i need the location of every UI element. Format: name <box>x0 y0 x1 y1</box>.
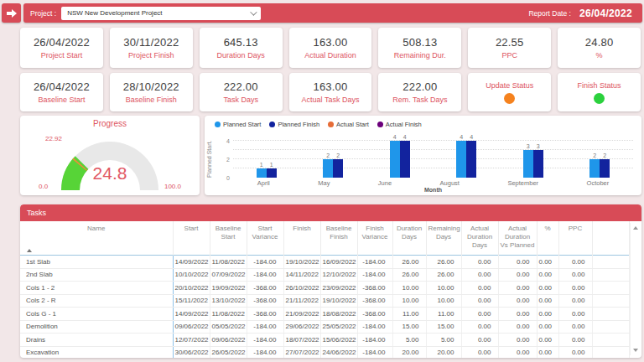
task-value-cell: -184.00 <box>357 268 392 282</box>
task-value-cell: 20.00 <box>426 346 461 358</box>
task-value-cell: -184.00 <box>357 256 392 269</box>
task-value-cell: 10.00 <box>392 282 426 295</box>
bar-planned-finish[interactable] <box>333 159 343 178</box>
task-value-cell: 0.00 <box>537 294 558 308</box>
kpi-value: 26/04/2022 <box>34 80 90 93</box>
legend-swatch-icon <box>377 122 383 127</box>
task-name-cell: 2nd Slab <box>20 268 173 282</box>
gauge-target-label: 22.92 <box>45 135 62 142</box>
task-value-cell: 21/09/2022 <box>283 308 320 321</box>
bar-value-label: 2 <box>603 153 606 158</box>
column-header-start[interactable]: Start <box>173 221 210 255</box>
bar-group-may: 2 2 <box>323 153 343 178</box>
kpi-label: Remaining Dur. <box>394 51 446 59</box>
bar-planned-finish[interactable] <box>600 159 610 178</box>
task-value-cell: 11/08/2022 <box>210 256 247 269</box>
task-value-cell: 0.00 <box>461 256 498 269</box>
kpi-value: 24.80 <box>585 36 614 49</box>
table-row[interactable]: Excavation30/06/202226/05/2022-184.0027/… <box>20 346 629 358</box>
bar-value-label: 3 <box>527 143 530 149</box>
y-tick-label: 0 <box>220 175 230 181</box>
task-value-cell: 14/11/2022 <box>283 268 320 282</box>
task-value-cell: 26/05/2022 <box>210 346 247 358</box>
column-header-start-variance[interactable]: Start Variance <box>247 221 283 255</box>
column-header-actual-duration-days[interactable]: Actual Duration Days <box>461 221 498 255</box>
task-value-cell: 0.00 <box>558 334 592 347</box>
status-dot-icon <box>504 93 515 104</box>
column-header-name[interactable]: Name <box>20 221 173 255</box>
table-row[interactable]: Demolition09/06/202205/05/2022-184.0029/… <box>20 320 629 334</box>
bar-planned-start[interactable] <box>257 168 267 178</box>
task-value-cell: 16/09/2022 <box>320 256 357 269</box>
bar-planned-start[interactable] <box>390 141 400 178</box>
task-value-cell: 0.00 <box>558 256 592 269</box>
kpi-label: Project Start <box>41 51 83 59</box>
task-value-cell: 10.00 <box>426 282 461 295</box>
task-value-cell: 15/06/2022 <box>320 334 357 347</box>
task-value-cell: -184.00 <box>357 346 392 358</box>
column-header-finish-variance[interactable]: Finish Variance <box>357 221 392 255</box>
table-row[interactable]: Cols G - 114/09/202211/08/2022-368.0021/… <box>20 308 629 321</box>
bar-planned-finish[interactable] <box>533 150 543 178</box>
kpi-value: 222.00 <box>402 80 437 93</box>
task-value-cell: 0.00 <box>498 294 537 308</box>
table-row[interactable]: 1st Slab14/09/202211/08/2022-184.0019/10… <box>20 256 629 269</box>
status-card-finish-status: Finish Status <box>558 73 641 111</box>
project-label: Project : <box>30 9 56 18</box>
kpi-label: PPC <box>501 51 517 59</box>
bar-planned-start[interactable] <box>456 141 466 178</box>
bar-value-label: 2 <box>336 153 340 158</box>
bar-planned-start[interactable] <box>523 150 533 178</box>
bar-planned-finish[interactable] <box>466 141 476 178</box>
column-header-remaining-days[interactable]: Remaining Days <box>426 221 461 255</box>
table-row[interactable]: Cols 1 - 220/10/202219/09/2022-368.0026/… <box>20 282 629 295</box>
bar-value-label: 4 <box>460 134 463 140</box>
column-header-baseline-start[interactable]: Baseline Start <box>210 221 247 255</box>
chart-y-axis-label: Planned Start... <box>206 141 215 178</box>
column-header-finish[interactable]: Finish <box>283 221 320 255</box>
task-value-cell: 0.00 <box>461 294 498 308</box>
column-header-actual-duration-vs-planned[interactable]: Actual Duration Vs Planned <box>498 221 537 255</box>
column-header-baseline-finish[interactable]: Baseline Finish <box>320 221 357 255</box>
kpi-value: 28/10/2022 <box>123 80 179 93</box>
table-scrollbar[interactable] <box>630 223 640 355</box>
kpi-label: Baseline Start <box>38 96 85 104</box>
nav-arrow-button[interactable] <box>2 3 21 23</box>
legend-label: Actual Finish <box>386 121 422 128</box>
bar-planned-finish[interactable] <box>267 168 277 178</box>
table-row[interactable]: Drains12/07/202209/06/2022-184.0018/07/2… <box>20 334 629 347</box>
task-value-cell: 12/10/2022 <box>320 268 357 282</box>
table-row[interactable]: Cols 2 - R15/11/202213/10/2022-368.0021/… <box>20 294 629 308</box>
scroll-up-icon[interactable] <box>633 226 638 230</box>
bar-planned-finish[interactable] <box>400 141 410 178</box>
legend-item-actual-start[interactable]: Actual Start <box>328 121 369 128</box>
tasks-table-body[interactable]: 1st Slab14/09/202211/08/2022-184.0019/10… <box>20 256 641 359</box>
kpi-value: 26/04/2022 <box>34 36 90 49</box>
column-header-%[interactable]: % <box>537 221 558 255</box>
kpi-label: Actual Task Days <box>302 96 360 104</box>
chart-legend: Planned Start Planned Finish Actual Star… <box>205 116 641 128</box>
tasks-table: NameStartBaseline StartStart VarianceFin… <box>20 221 630 256</box>
task-value-cell: 0.00 <box>537 308 558 321</box>
task-value-cell: -368.00 <box>357 308 392 321</box>
column-header-ppc[interactable]: PPC <box>558 221 592 255</box>
bar-value-label: 4 <box>403 134 407 140</box>
row-filler <box>592 308 629 321</box>
header-bar: Project : NSW New Development Project Re… <box>23 3 642 23</box>
bar-planned-start[interactable] <box>323 159 333 178</box>
bar-planned-start[interactable] <box>589 159 600 178</box>
task-value-cell: 10/10/2022 <box>173 268 210 282</box>
column-header-duration-days[interactable]: Duration Days <box>392 221 426 255</box>
kpi-value: 508.13 <box>402 36 437 49</box>
task-value-cell: 0.00 <box>461 268 498 282</box>
kpi-label: Project Finish <box>128 51 174 59</box>
task-value-cell: -368.00 <box>247 294 283 308</box>
legend-item-planned-finish[interactable]: Planned Finish <box>269 121 319 128</box>
legend-item-planned-start[interactable]: Planned Start <box>215 121 261 128</box>
kpi-label: Task Days <box>223 96 258 104</box>
project-select[interactable]: NSW New Development Project <box>61 7 261 20</box>
table-row[interactable]: 2nd Slab10/10/202207/09/2022-184.0014/11… <box>20 268 629 282</box>
bar-value-label: 1 <box>260 162 263 168</box>
legend-item-actual-finish[interactable]: Actual Finish <box>377 121 422 128</box>
scroll-down-icon[interactable] <box>633 349 638 352</box>
